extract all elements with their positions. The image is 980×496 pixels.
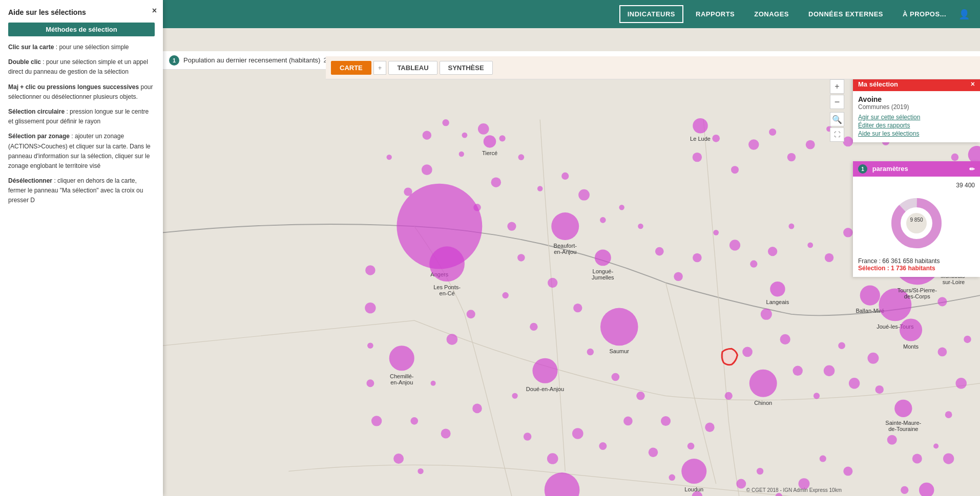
svg-point-108 <box>951 154 959 161</box>
fullscreen-button[interactable]: ⛶ <box>830 127 844 142</box>
user-icon[interactable]: 👤 <box>958 9 970 20</box>
svg-text:Chinon: Chinon <box>754 400 772 406</box>
svg-point-73 <box>524 433 532 441</box>
svg-point-42 <box>945 411 952 418</box>
help-item-5: Sélection par zonage : ajouter un zonage… <box>8 132 155 171</box>
nav-apropos[interactable]: À PROPOS... <box>895 6 953 22</box>
max-value-label: 39 400 <box>858 182 975 189</box>
search-location-button[interactable]: 🔍 <box>830 112 844 126</box>
svg-point-64 <box>578 189 590 201</box>
help-close-button[interactable]: × <box>152 6 157 15</box>
svg-point-29 <box>742 347 753 357</box>
svg-point-119 <box>551 212 579 240</box>
tab-carte[interactable]: CARTE <box>331 61 371 75</box>
svg-point-52 <box>807 242 813 248</box>
help-panel: Aide sur les sélections × Méthodes de sé… <box>0 0 163 496</box>
tab-synthese[interactable]: SYNTHÈSE <box>440 61 493 75</box>
svg-point-82 <box>736 479 746 489</box>
svg-point-33 <box>814 393 820 399</box>
svg-point-9 <box>502 292 508 298</box>
selection-stat: Sélection : 1 736 habitants <box>858 265 975 272</box>
params-edit-icon[interactable]: ✏ <box>969 165 975 173</box>
editer-link[interactable]: Éditer des rapports <box>858 122 975 129</box>
tab-bar: CARTE + TABLEAU SYNTHÈSE <box>326 56 980 79</box>
svg-point-153 <box>681 459 706 484</box>
selection-close-button[interactable]: × <box>971 80 975 88</box>
help-item-2: Double clic : pour une sélection simple … <box>8 57 155 77</box>
svg-point-35 <box>838 342 845 349</box>
agir-link[interactable]: Agir sur cette sélection <box>858 114 975 121</box>
tab-tableau[interactable]: TABLEAU <box>388 61 437 75</box>
svg-point-100 <box>748 139 759 149</box>
help-item-1: Clic sur la carte : pour une sélection s… <box>8 42 155 52</box>
svg-point-62 <box>619 205 624 210</box>
selection-type: Communes (2019) <box>858 103 975 111</box>
svg-point-133 <box>749 370 777 397</box>
svg-point-39 <box>887 435 897 445</box>
svg-point-74 <box>547 453 558 464</box>
svg-point-8 <box>517 254 525 262</box>
svg-point-60 <box>655 247 664 256</box>
svg-point-11 <box>447 334 458 345</box>
svg-point-37 <box>867 353 879 364</box>
svg-text:Loudun: Loudun <box>684 486 703 492</box>
svg-point-61 <box>638 224 643 229</box>
svg-text:Saumur: Saumur <box>609 348 629 354</box>
svg-point-22 <box>587 349 594 355</box>
svg-point-15 <box>418 468 423 474</box>
svg-point-69 <box>478 123 489 135</box>
zoom-in-button[interactable]: + <box>830 79 844 94</box>
svg-point-10 <box>467 310 475 318</box>
donut-svg: 9 850 <box>888 195 945 251</box>
svg-text:Tiercé: Tiercé <box>482 150 497 156</box>
svg-point-70 <box>462 133 468 138</box>
svg-point-45 <box>937 297 947 306</box>
svg-point-94 <box>366 379 374 387</box>
svg-point-43 <box>955 378 967 389</box>
svg-text:Doué-en-Anjou: Doué-en-Anjou <box>526 386 564 392</box>
tab-add[interactable]: + <box>373 61 387 75</box>
svg-point-23 <box>612 373 620 381</box>
map-area[interactable]: CARTE + TABLEAU SYNTHÈSE 1 Population au… <box>163 28 980 496</box>
svg-point-53 <box>788 224 794 229</box>
svg-point-56 <box>729 240 740 250</box>
svg-point-165 <box>906 213 927 233</box>
nav-rapports[interactable]: RAPPORTS <box>689 6 742 22</box>
svg-point-50 <box>843 228 852 237</box>
help-section-title: Méthodes de sélection <box>8 23 155 36</box>
params-header: 1 paramètres ✏ <box>853 161 980 177</box>
help-title: Aide sur les sélections <box>8 8 155 16</box>
svg-point-17 <box>472 404 482 414</box>
nav-zonages[interactable]: ZONAGES <box>747 6 796 22</box>
svg-point-44 <box>964 336 971 343</box>
svg-point-99 <box>731 166 739 174</box>
svg-point-125 <box>693 118 707 133</box>
svg-point-40 <box>912 454 922 464</box>
svg-point-79 <box>669 475 676 481</box>
svg-point-67 <box>518 154 524 160</box>
selection-place-name: Avoine <box>858 95 975 103</box>
aide-link[interactable]: Aide sur les sélections <box>858 130 975 137</box>
nav-indicateurs[interactable]: INDICATEURS <box>619 5 683 23</box>
map-controls: + − 🔍 ⛶ <box>830 79 844 142</box>
svg-point-13 <box>410 417 418 425</box>
svg-point-149 <box>900 318 922 341</box>
svg-point-91 <box>365 265 376 275</box>
svg-point-98 <box>712 135 720 142</box>
svg-point-21 <box>573 304 582 312</box>
svg-point-38 <box>875 385 884 394</box>
svg-point-127 <box>600 308 638 346</box>
svg-point-101 <box>769 128 776 136</box>
svg-point-19 <box>530 323 537 331</box>
selection-title: Ma sélection <box>858 80 898 88</box>
zoom-out-button[interactable]: − <box>830 95 844 109</box>
svg-point-151 <box>894 400 912 417</box>
svg-point-65 <box>561 172 569 180</box>
svg-point-4 <box>459 152 464 157</box>
params-title: paramètres <box>872 165 908 172</box>
donut-chart: 9 850 <box>858 191 975 255</box>
svg-point-27 <box>705 422 715 432</box>
svg-point-36 <box>849 378 860 389</box>
nav-donnees[interactable]: DONNÉES EXTERNES <box>801 6 890 22</box>
svg-point-59 <box>674 272 682 281</box>
